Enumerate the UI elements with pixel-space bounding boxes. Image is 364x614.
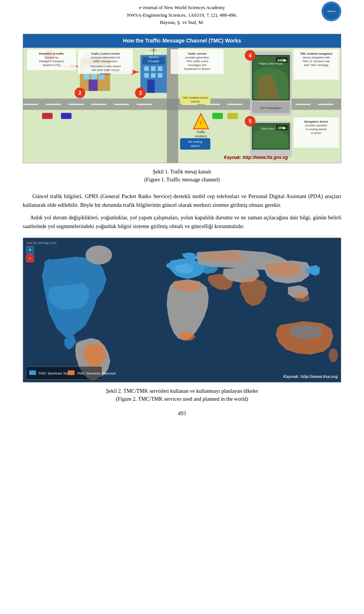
paragraph2-text: Anlık yol durum değişiklikleri, yoğunluk…	[23, 214, 341, 229]
figure1-container: How the Traffic Message Channel (TMC) Wo…	[23, 34, 341, 163]
figure1-caption-en: (Figure 1. Traffic message channel)	[144, 177, 220, 183]
svg-text:100▶: 100▶	[278, 126, 286, 130]
svg-rect-9	[91, 104, 107, 105]
svg-text:Vehicle: Vehicle	[191, 99, 200, 103]
page-header: e-Journal of New World Sciences Academy …	[23, 0, 341, 28]
svg-text:messages and: messages and	[188, 63, 207, 66]
figure1-image: How the Traffic Message Channel (TMC) Wo…	[23, 34, 341, 163]
svg-text:3: 3	[139, 90, 142, 96]
svg-text:receives information for: receives information for	[91, 55, 121, 59]
logo-text: NWSA	[327, 10, 335, 13]
svg-rect-77	[212, 113, 223, 119]
svg-text:Re-routing: Re-routing	[188, 140, 202, 143]
svg-text:time TMC message: time TMC message	[304, 63, 329, 66]
svg-rect-18	[318, 104, 333, 105]
svg-rect-40	[151, 73, 155, 77]
svg-rect-7	[46, 104, 61, 105]
svg-text:Service: Service	[149, 55, 159, 58]
svg-rect-26	[84, 74, 89, 79]
journal-name: e-Journal of New World Sciences Academy	[127, 4, 237, 11]
svg-text:Broadcaster/: Broadcaster/	[145, 51, 163, 54]
page-number-text: 493	[178, 411, 186, 416]
svg-text:with other traffic service: with other traffic service	[91, 68, 119, 71]
svg-rect-37	[151, 66, 155, 71]
svg-text:2: 2	[78, 90, 82, 96]
svg-text:Detection of traffic: Detection of traffic	[39, 52, 64, 55]
svg-text:broadcasts to drivers: broadcasts to drivers	[184, 67, 210, 70]
svg-text:4: 4	[249, 52, 252, 58]
svg-text:Systems (ITS): Systems (ITS)	[42, 63, 61, 66]
svg-text:Traffic Control Center: Traffic Control Center	[91, 52, 120, 55]
svg-rect-8	[69, 104, 84, 105]
svg-rect-11	[136, 104, 152, 105]
svg-rect-6	[23, 104, 38, 105]
svg-text:TMC Services Planned: TMC Services Planned	[77, 372, 116, 376]
journal-issue: NWSA-Engineering Sciences, 1A0319, 7, (2…	[127, 11, 237, 19]
svg-text:provider generates: provider generates	[185, 55, 209, 59]
svg-rect-125	[68, 371, 75, 375]
svg-text:Traffic: Traffic	[196, 130, 206, 134]
svg-text:providers.: providers.	[100, 72, 111, 75]
figure2-caption-en: (Figure 2. TMC/TMK services used and pla…	[116, 396, 248, 402]
svg-text:100▶: 100▶	[277, 58, 287, 62]
journal-authors: Bayzan, Ş. ve İnal, M.	[127, 19, 237, 26]
svg-text:Information is also shared: Information is also shared	[91, 65, 121, 67]
svg-rect-14	[228, 104, 243, 105]
svg-text:How the Traffic Message Channe: How the Traffic Message Channel (TMC) Wo…	[123, 37, 241, 43]
svg-text:provides dynamic: provides dynamic	[305, 124, 327, 127]
svg-text:Traffic service: Traffic service	[188, 52, 207, 55]
svg-text:Navigation device: Navigation device	[304, 120, 328, 123]
svg-rect-10	[114, 104, 129, 105]
svg-text:to driver: to driver	[311, 131, 322, 135]
figure2-container: tool by ammap.com + −	[23, 238, 341, 383]
svg-text:GPS Navigation: GPS Navigation	[260, 106, 282, 109]
svg-rect-42	[147, 79, 155, 93]
svg-point-120	[86, 246, 112, 264]
svg-text:+: +	[28, 247, 31, 253]
main-paragraph-2: Anlık yol durum değişiklikleri, yoğunluk…	[23, 213, 341, 231]
figure1-caption-tr: Şekil 1. Trafik mesaj kanalı	[153, 169, 211, 175]
svg-text:!: !	[200, 120, 202, 126]
svg-text:traffic management.: traffic management.	[93, 59, 118, 63]
svg-rect-36	[144, 66, 149, 71]
svg-rect-78	[228, 113, 238, 119]
svg-text:advice: advice	[191, 144, 200, 148]
figure2-image: tool by ammap.com + −	[23, 238, 341, 382]
svg-text:−: −	[28, 255, 31, 261]
svg-text:Kaynak: http://www.lta.gov.sg: Kaynak: http://www.lta.gov.sg	[224, 155, 288, 160]
svg-rect-123	[29, 371, 36, 375]
svg-text:TMC traffic event: TMC traffic event	[187, 59, 209, 63]
svg-text:tool by ammap.com: tool by ammap.com	[27, 241, 56, 245]
svg-rect-29	[89, 79, 98, 91]
svg-text:Incident: Incident	[195, 134, 207, 138]
figure1-caption: Şekil 1. Trafik mesaj kanalı (Figure 1. …	[23, 165, 341, 188]
svg-text:Provider: Provider	[148, 59, 159, 63]
svg-text:TMC-LT receives real-: TMC-LT receives real-	[302, 59, 330, 63]
paragraph1-text: Güncel trafik bilgileri, GPRS (General P…	[23, 193, 341, 208]
svg-text:Intelligent Transport: Intelligent Transport	[39, 59, 64, 63]
svg-rect-76	[61, 113, 72, 119]
svg-rect-41	[158, 73, 162, 77]
svg-rect-27	[91, 74, 97, 79]
page-number: 493	[23, 408, 341, 418]
journal-logo: NWSA	[322, 2, 341, 21]
svg-rect-17	[295, 104, 311, 105]
svg-rect-75	[42, 113, 53, 119]
svg-text:Kaynak: http://www.tisa.org: Kaynak: http://www.tisa.org	[283, 375, 338, 379]
world-map-svg: tool by ammap.com + −	[23, 238, 341, 382]
svg-text:TMC enabled navigation: TMC enabled navigation	[300, 52, 333, 55]
svg-point-121	[329, 349, 338, 362]
svg-rect-39	[144, 73, 149, 77]
svg-text:re-routing advice: re-routing advice	[306, 128, 327, 131]
svg-text:incident by: incident by	[45, 55, 58, 59]
main-paragraph-1: Güncel trafik bilgileri, GPRS (General P…	[23, 192, 341, 209]
svg-text:device integrated with: device integrated with	[303, 55, 330, 59]
svg-text:5: 5	[249, 118, 252, 124]
svg-text:TMC enabled device: TMC enabled device	[182, 96, 209, 99]
figure2-caption-tr: Şekil 2. TMC/TMK servisleri kullanan ve …	[106, 388, 258, 394]
tmc-diagram-svg: How the Traffic Message Channel (TMC) Wo…	[23, 34, 341, 163]
svg-rect-38	[158, 66, 162, 71]
figure2-caption: Şekil 2. TMC/TMK servisleri kullanan ve …	[23, 384, 341, 408]
